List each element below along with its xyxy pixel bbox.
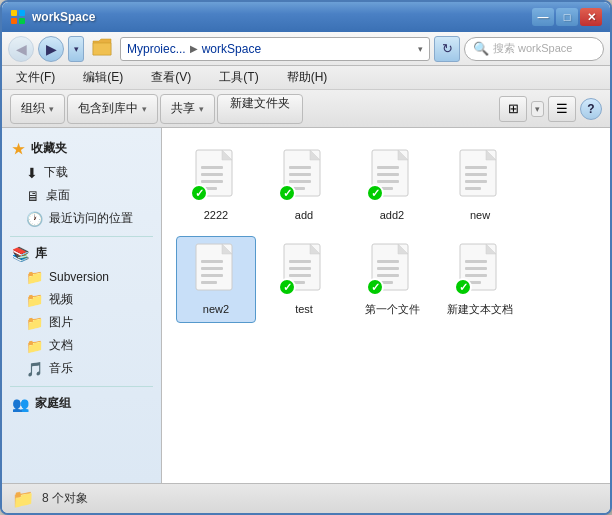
file-item[interactable]: ✓新建文本文档 [440,236,520,322]
video-icon: 📁 [26,292,43,308]
status-folder-icon: 📁 [12,488,34,510]
breadcrumb-dropdown[interactable]: ▾ [418,44,423,54]
view-dropdown-icon[interactable]: ▾ [531,101,544,117]
pictures-icon: 📁 [26,315,43,331]
svg-rect-33 [201,281,217,284]
breadcrumb-item-root[interactable]: Myproiec... [127,42,186,56]
menu-help[interactable]: 帮助(H) [281,67,334,88]
minimize-button[interactable]: — [532,8,554,26]
sidebar-item-subversion-label: Subversion [49,270,109,284]
check-badge: ✓ [278,184,296,202]
sidebar-item-desktop[interactable]: 🖥 桌面 [2,184,161,207]
explorer-window: workSpace — □ ✕ ◀ ▶ ▾ Myproiec... ▶ work… [0,0,612,515]
download-icon: ⬇ [26,165,38,181]
file-item[interactable]: new [440,142,520,228]
file-icon-wrapper [452,148,508,204]
search-placeholder: 搜索 workSpace [493,41,572,56]
forward-button[interactable]: ▶ [38,36,64,62]
file-name: test [295,302,313,316]
title-bar-buttons: — □ ✕ [532,8,602,26]
file-item[interactable]: ✓add [264,142,344,228]
sidebar-item-recent[interactable]: 🕐 最近访问的位置 [2,207,161,230]
recent-icon: 🕐 [26,211,43,227]
sidebar-item-recent-label: 最近访问的位置 [49,210,133,227]
sidebar-item-documents[interactable]: 📁 文档 [2,334,161,357]
sidebar-divider-1 [10,236,153,237]
sidebar-item-video[interactable]: 📁 视频 [2,288,161,311]
new-folder-button[interactable]: 新建文件夹 [217,94,303,124]
file-item[interactable]: ✓第一个文件 [352,236,432,322]
file-item[interactable]: ✓test [264,236,344,322]
library-header[interactable]: 📚 库 [2,241,161,266]
svg-rect-0 [11,10,17,16]
view-toggle-button[interactable]: ⊞ [499,96,527,122]
svg-rect-38 [289,274,311,277]
file-name: new2 [203,302,229,316]
sidebar-item-pictures[interactable]: 📁 图片 [2,311,161,334]
homegroup-section: 👥 家庭组 [2,391,161,416]
title-bar-left: workSpace [10,9,95,25]
breadcrumb-bar: Myproiec... ▶ workSpace ▾ [120,37,430,61]
sidebar-item-documents-label: 文档 [49,337,73,354]
svg-rect-32 [201,274,223,277]
file-item[interactable]: new2 [176,236,256,322]
close-button[interactable]: ✕ [580,8,602,26]
organize-button[interactable]: 组织 ▾ [10,94,65,124]
favorites-label: 收藏夹 [31,140,67,157]
menu-edit[interactable]: 编辑(E) [77,67,129,88]
homegroup-label: 家庭组 [35,395,71,412]
toolbar-right: ⊞ ▾ ☰ ? [499,96,602,122]
maximize-button[interactable]: □ [556,8,578,26]
nav-dropdown-button[interactable]: ▾ [68,36,84,62]
search-icon: 🔍 [473,41,489,56]
status-bar: 📁 8 个对象 [2,483,610,513]
homegroup-header[interactable]: 👥 家庭组 [2,391,161,416]
favorites-header[interactable]: ★ 收藏夹 [2,136,161,161]
svg-rect-44 [377,274,399,277]
toolbar: 组织 ▾ 包含到库中 ▾ 共享 ▾ 新建文件夹 ⊞ ▾ ☰ ? [2,90,610,128]
file-icon-wrapper: ✓ [452,242,508,298]
star-icon: ★ [12,141,25,157]
file-name: add [295,208,313,222]
sidebar-item-music[interactable]: 🎵 音乐 [2,357,161,380]
sidebar-item-subversion[interactable]: 📁 Subversion [2,266,161,288]
file-icon-wrapper [188,242,244,298]
library-dropdown-icon: ▾ [142,104,147,114]
homegroup-icon: 👥 [12,396,29,412]
svg-rect-26 [465,180,487,183]
svg-rect-37 [289,267,311,270]
library-section: 📚 库 📁 Subversion 📁 视频 📁 图片 📁 文档 [2,241,161,380]
file-name: 第一个文件 [365,302,420,316]
file-icon-wrapper: ✓ [276,148,332,204]
details-pane-button[interactable]: ☰ [548,96,576,122]
menu-file[interactable]: 文件(F) [10,67,61,88]
location-folder-icon [92,38,112,59]
search-box[interactable]: 🔍 搜索 workSpace [464,37,604,61]
menu-tools[interactable]: 工具(T) [213,67,264,88]
refresh-button[interactable]: ↻ [434,36,460,62]
new-folder-label: 新建文件夹 [230,96,290,110]
file-icon-wrapper: ✓ [364,242,420,298]
favorites-section: ★ 收藏夹 ⬇ 下载 🖥 桌面 🕐 最近访问的位置 [2,136,161,230]
svg-rect-6 [201,166,223,169]
share-button[interactable]: 共享 ▾ [160,94,215,124]
svg-rect-12 [289,166,311,169]
library-label: 包含到库中 [78,100,138,117]
share-label: 共享 [171,100,195,117]
file-item[interactable]: ✓add2 [352,142,432,228]
menu-view[interactable]: 查看(V) [145,67,197,88]
file-name: add2 [380,208,404,222]
file-item[interactable]: ✓2222 [176,142,256,228]
svg-rect-25 [465,173,487,176]
help-button[interactable]: ? [580,98,602,120]
files-grid: ✓2222✓add✓add2newnew2✓test✓第一个文件✓新建文本文档 [172,138,600,327]
svg-rect-27 [465,187,481,190]
svg-rect-30 [201,260,223,263]
sidebar-item-download[interactable]: ⬇ 下载 [2,161,161,184]
status-count: 8 个对象 [42,490,88,507]
breadcrumb-item-workspace[interactable]: workSpace [202,42,261,56]
back-button[interactable]: ◀ [8,36,34,62]
library-button[interactable]: 包含到库中 ▾ [67,94,158,124]
sidebar-item-desktop-label: 桌面 [46,187,70,204]
svg-rect-24 [465,166,487,169]
